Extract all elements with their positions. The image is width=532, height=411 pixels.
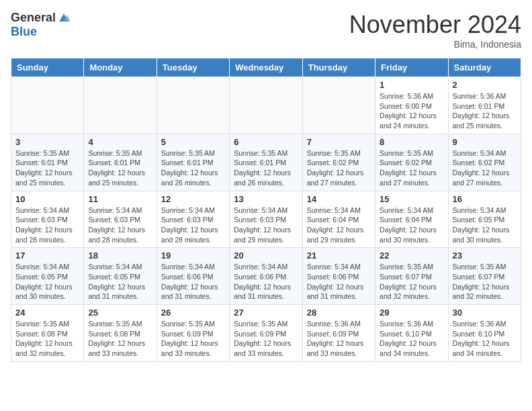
- calendar-cell: 22Sunrise: 5:35 AMSunset: 6:07 PMDayligh…: [375, 248, 448, 305]
- calendar-cell: [230, 77, 302, 134]
- calendar-cell: 12Sunrise: 5:34 AMSunset: 6:03 PMDayligh…: [157, 191, 229, 248]
- day-number: 19: [161, 250, 225, 261]
- calendar-cell: 28Sunrise: 5:36 AMSunset: 6:09 PMDayligh…: [302, 305, 375, 362]
- calendar-week-row: 24Sunrise: 5:35 AMSunset: 6:08 PMDayligh…: [11, 305, 521, 362]
- day-number: 10: [15, 194, 79, 204]
- day-info: Sunrise: 5:34 AMSunset: 6:05 PMDaylight:…: [453, 205, 517, 245]
- day-number: 13: [234, 194, 298, 204]
- month-title: November 2024: [349, 11, 521, 39]
- day-number: 20: [234, 250, 298, 261]
- day-number: 29: [380, 308, 443, 318]
- calendar-cell: 11Sunrise: 5:34 AMSunset: 6:03 PMDayligh…: [84, 191, 157, 248]
- day-info: Sunrise: 5:35 AMSunset: 6:01 PMDaylight:…: [234, 148, 298, 188]
- day-number: 26: [161, 308, 225, 318]
- calendar-cell: 7Sunrise: 5:35 AMSunset: 6:02 PMDaylight…: [302, 134, 375, 191]
- calendar-cell: [11, 77, 84, 134]
- calendar-cell: 23Sunrise: 5:35 AMSunset: 6:07 PMDayligh…: [448, 248, 521, 305]
- calendar-cell: 15Sunrise: 5:34 AMSunset: 6:04 PMDayligh…: [375, 191, 448, 248]
- day-info: Sunrise: 5:34 AMSunset: 6:06 PMDaylight:…: [161, 262, 225, 302]
- day-info: Sunrise: 5:34 AMSunset: 6:03 PMDaylight:…: [15, 205, 79, 245]
- day-info: Sunrise: 5:36 AMSunset: 6:09 PMDaylight:…: [307, 319, 371, 359]
- calendar-cell: 25Sunrise: 5:35 AMSunset: 6:08 PMDayligh…: [84, 305, 157, 362]
- day-number: 2: [453, 80, 517, 90]
- calendar-cell: 26Sunrise: 5:35 AMSunset: 6:09 PMDayligh…: [157, 305, 229, 362]
- day-number: 8: [380, 137, 443, 147]
- title-section: November 2024 Bima, Indonesia: [349, 11, 521, 50]
- day-info: Sunrise: 5:36 AMSunset: 6:10 PMDaylight:…: [453, 319, 517, 359]
- calendar-body: 1Sunrise: 5:36 AMSunset: 6:00 PMDaylight…: [11, 77, 521, 362]
- calendar-week-row: 10Sunrise: 5:34 AMSunset: 6:03 PMDayligh…: [11, 191, 521, 248]
- day-number: 24: [15, 308, 79, 318]
- day-number: 4: [88, 137, 152, 147]
- calendar-cell: 30Sunrise: 5:36 AMSunset: 6:10 PMDayligh…: [448, 305, 521, 362]
- day-info: Sunrise: 5:35 AMSunset: 6:01 PMDaylight:…: [88, 148, 152, 188]
- day-info: Sunrise: 5:34 AMSunset: 6:03 PMDaylight:…: [88, 205, 152, 245]
- day-info: Sunrise: 5:34 AMSunset: 6:03 PMDaylight:…: [161, 205, 225, 245]
- day-number: 5: [161, 137, 225, 147]
- calendar-cell: 3Sunrise: 5:35 AMSunset: 6:01 PMDaylight…: [11, 134, 84, 191]
- calendar-week-row: 17Sunrise: 5:34 AMSunset: 6:05 PMDayligh…: [11, 248, 521, 305]
- day-info: Sunrise: 5:34 AMSunset: 6:02 PMDaylight:…: [453, 148, 517, 188]
- day-number: 22: [380, 250, 443, 261]
- day-info: Sunrise: 5:36 AMSunset: 6:00 PMDaylight:…: [380, 91, 443, 131]
- day-info: Sunrise: 5:34 AMSunset: 6:05 PMDaylight:…: [88, 262, 152, 302]
- calendar-cell: 27Sunrise: 5:35 AMSunset: 6:09 PMDayligh…: [230, 305, 302, 362]
- calendar-cell: [157, 77, 229, 134]
- calendar-cell: 18Sunrise: 5:34 AMSunset: 6:05 PMDayligh…: [84, 248, 157, 305]
- calendar-cell: [302, 77, 375, 134]
- weekday-header: Saturday: [448, 58, 521, 77]
- day-number: 14: [307, 194, 371, 204]
- calendar-header: SundayMondayTuesdayWednesdayThursdayFrid…: [11, 58, 521, 77]
- logo-general-text: General: [11, 11, 56, 25]
- calendar-table: SundayMondayTuesdayWednesdayThursdayFrid…: [11, 58, 521, 362]
- day-info: Sunrise: 5:34 AMSunset: 6:05 PMDaylight:…: [15, 262, 79, 302]
- day-info: Sunrise: 5:34 AMSunset: 6:04 PMDaylight:…: [307, 205, 371, 245]
- calendar-cell: 20Sunrise: 5:34 AMSunset: 6:06 PMDayligh…: [230, 248, 302, 305]
- day-number: 15: [380, 194, 443, 204]
- day-info: Sunrise: 5:35 AMSunset: 6:09 PMDaylight:…: [161, 319, 225, 359]
- weekday-header: Monday: [84, 58, 157, 77]
- day-info: Sunrise: 5:36 AMSunset: 6:01 PMDaylight:…: [453, 91, 517, 131]
- day-number: 7: [307, 137, 371, 147]
- day-number: 23: [453, 250, 517, 261]
- day-info: Sunrise: 5:35 AMSunset: 6:01 PMDaylight:…: [161, 148, 225, 188]
- calendar-cell: 17Sunrise: 5:34 AMSunset: 6:05 PMDayligh…: [11, 248, 84, 305]
- day-number: 21: [307, 250, 371, 261]
- calendar-cell: 9Sunrise: 5:34 AMSunset: 6:02 PMDaylight…: [448, 134, 521, 191]
- calendar-cell: 19Sunrise: 5:34 AMSunset: 6:06 PMDayligh…: [157, 248, 229, 305]
- day-info: Sunrise: 5:35 AMSunset: 6:01 PMDaylight:…: [15, 148, 79, 188]
- logo-blue-text: Blue: [11, 25, 37, 39]
- day-info: Sunrise: 5:34 AMSunset: 6:06 PMDaylight:…: [307, 262, 371, 302]
- calendar-cell: 8Sunrise: 5:35 AMSunset: 6:02 PMDaylight…: [375, 134, 448, 191]
- calendar-cell: 5Sunrise: 5:35 AMSunset: 6:01 PMDaylight…: [157, 134, 229, 191]
- day-info: Sunrise: 5:34 AMSunset: 6:03 PMDaylight:…: [234, 205, 298, 245]
- weekday-header: Thursday: [302, 58, 375, 77]
- calendar-cell: 10Sunrise: 5:34 AMSunset: 6:03 PMDayligh…: [11, 191, 84, 248]
- day-info: Sunrise: 5:35 AMSunset: 6:08 PMDaylight:…: [88, 319, 152, 359]
- day-number: 16: [453, 194, 517, 204]
- day-number: 27: [234, 308, 298, 318]
- weekday-header: Friday: [375, 58, 448, 77]
- day-number: 30: [453, 308, 517, 318]
- logo: General Blue: [11, 11, 71, 39]
- day-number: 11: [88, 194, 152, 204]
- day-number: 17: [15, 250, 79, 261]
- day-number: 12: [161, 194, 225, 204]
- day-info: Sunrise: 5:35 AMSunset: 6:02 PMDaylight:…: [307, 148, 371, 188]
- day-info: Sunrise: 5:36 AMSunset: 6:10 PMDaylight:…: [380, 319, 443, 359]
- calendar-cell: [84, 77, 157, 134]
- day-number: 9: [453, 137, 517, 147]
- location: Bima, Indonesia: [349, 39, 521, 50]
- calendar-cell: 1Sunrise: 5:36 AMSunset: 6:00 PMDaylight…: [375, 77, 448, 134]
- weekday-header: Sunday: [11, 58, 84, 77]
- day-number: 18: [88, 250, 152, 261]
- calendar-cell: 29Sunrise: 5:36 AMSunset: 6:10 PMDayligh…: [375, 305, 448, 362]
- day-number: 25: [88, 308, 152, 318]
- calendar-cell: 6Sunrise: 5:35 AMSunset: 6:01 PMDaylight…: [230, 134, 302, 191]
- day-number: 1: [380, 80, 443, 90]
- day-number: 6: [234, 137, 298, 147]
- calendar-cell: 21Sunrise: 5:34 AMSunset: 6:06 PMDayligh…: [302, 248, 375, 305]
- calendar-cell: 24Sunrise: 5:35 AMSunset: 6:08 PMDayligh…: [11, 305, 84, 362]
- day-info: Sunrise: 5:35 AMSunset: 6:07 PMDaylight:…: [453, 262, 517, 302]
- day-info: Sunrise: 5:35 AMSunset: 6:08 PMDaylight:…: [15, 319, 79, 359]
